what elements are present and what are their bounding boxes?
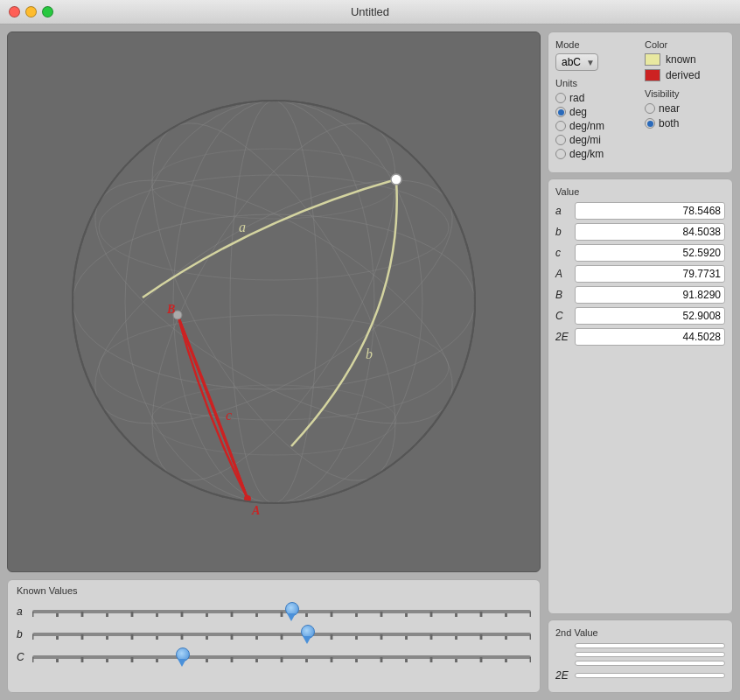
value-key-c: c (555, 247, 571, 259)
svg-point-17 (391, 174, 401, 185)
radio-deg-nm-circle[interactable] (555, 121, 566, 131)
svg-text:c: c (226, 408, 232, 423)
radio-deg-nm-label: deg/nm (569, 120, 604, 132)
value-key-b: b (555, 226, 571, 238)
slider-thumb-b[interactable] (299, 625, 315, 644)
slider-label-b: b (17, 628, 27, 640)
second-value-row-3 (555, 661, 725, 666)
radio-deg-km-label: deg/km (569, 148, 604, 160)
color-derived-label: derived (666, 69, 700, 81)
second-value-section: 2nd Value 2E (548, 620, 733, 693)
svg-text:a: a (239, 220, 246, 234)
slider-row-a: a (17, 603, 531, 620)
radio-deg-km[interactable]: deg/km (555, 148, 636, 160)
second-value-field-2E[interactable] (575, 673, 725, 678)
second-value-title: 2nd Value (555, 627, 725, 638)
maximize-button[interactable] (42, 6, 53, 18)
radio-deg-mi-circle[interactable] (555, 135, 566, 145)
value-title: Value (555, 186, 725, 197)
value-key-2E: 2E (555, 331, 571, 343)
radio-both[interactable]: both (645, 117, 725, 130)
slider-label-C: C (17, 651, 27, 663)
slider-track-a[interactable] (32, 603, 531, 620)
mode-select[interactable]: abC (555, 53, 598, 71)
visibility-label: Visibility (645, 88, 725, 99)
radio-rad-circle[interactable] (555, 93, 566, 103)
value-field-a[interactable]: 78.5468 (575, 202, 725, 220)
value-row-B: B 91.8290 (555, 286, 725, 304)
second-value-field-1[interactable] (575, 643, 725, 648)
slider-label-a: a (17, 606, 27, 618)
value-key-C: C (555, 310, 571, 322)
svg-text:B: B (166, 303, 175, 316)
radio-deg-dot (558, 109, 564, 116)
value-row-b: b 84.5038 (555, 223, 725, 241)
second-value-row-2E: 2E (555, 669, 725, 682)
radio-rad-label: rad (569, 92, 584, 104)
units-group: rad deg deg/nm (555, 92, 636, 160)
value-key-A: A (555, 268, 571, 280)
radio-deg-circle[interactable] (555, 107, 566, 117)
radio-deg-label: deg (569, 106, 587, 118)
close-button[interactable] (9, 6, 20, 18)
controls-section: Mode abC ▼ Units (548, 32, 733, 173)
value-field-C[interactable]: 52.9008 (575, 307, 725, 325)
value-row-C: C 52.9008 (555, 307, 725, 325)
color-known-item: known (645, 53, 725, 66)
second-value-field-2[interactable] (575, 652, 725, 657)
known-values-panel: Known Values a (7, 579, 541, 693)
value-field-b[interactable]: 84.5038 (575, 223, 725, 241)
value-row-2E: 2E 44.5028 (555, 328, 725, 346)
second-value-key-2E: 2E (555, 669, 571, 682)
value-field-B[interactable]: 91.8290 (575, 286, 725, 304)
minimize-button[interactable] (25, 6, 37, 18)
color-derived-item: derived (645, 69, 725, 81)
radio-near[interactable]: near (645, 102, 725, 115)
value-row-a: a 78.5468 (555, 202, 725, 220)
slider-thumb-C[interactable] (174, 648, 190, 667)
second-value-row-2 (555, 652, 725, 657)
value-row-A: A 79.7731 (555, 265, 725, 283)
slider-track-C[interactable] (32, 648, 531, 666)
second-value-field-3[interactable] (575, 661, 725, 666)
slider-track-b[interactable] (32, 626, 531, 643)
color-derived-box (645, 69, 660, 81)
radio-deg-mi-label: deg/mi (569, 134, 601, 146)
known-values-title: Known Values (17, 585, 531, 596)
value-field-2E[interactable]: 44.5028 (575, 328, 725, 346)
visibility-group: near both (645, 102, 725, 130)
radio-both-label: both (659, 117, 679, 130)
svg-point-0 (73, 101, 475, 503)
radio-both-dot (647, 121, 653, 127)
radio-deg-mi[interactable]: deg/mi (555, 134, 636, 146)
value-field-c[interactable]: 52.5920 (575, 244, 725, 262)
slider-thumb-a[interactable] (283, 602, 299, 621)
slider-row-C: C (17, 648, 531, 666)
color-known-box (645, 53, 660, 66)
color-known-label: known (666, 53, 696, 66)
value-field-A[interactable]: 79.7731 (575, 265, 725, 283)
units-label: Units (555, 78, 636, 88)
color-legend: known derived (645, 53, 725, 81)
radio-near-circle[interactable] (645, 103, 655, 114)
radio-deg-nm[interactable]: deg/nm (555, 120, 636, 132)
radio-both-circle[interactable] (645, 118, 655, 129)
value-section: Value a 78.5468 b 84.5038 c 52.5920 A 79… (548, 178, 733, 614)
slider-row-b: b (17, 626, 531, 643)
radio-deg[interactable]: deg (555, 106, 636, 118)
radio-rad[interactable]: rad (555, 92, 636, 104)
value-key-a: a (555, 205, 571, 217)
value-row-c: c 52.5920 (555, 244, 725, 262)
mode-label: Mode (555, 39, 636, 50)
color-label: Color (645, 39, 725, 50)
value-key-B: B (555, 289, 571, 301)
window-title: Untitled (351, 5, 389, 18)
radio-near-label: near (659, 102, 680, 115)
sphere-canvas[interactable]: a b c B A (7, 32, 541, 572)
second-value-row-1 (555, 643, 725, 648)
radio-deg-km-circle[interactable] (555, 149, 566, 159)
svg-text:b: b (366, 346, 373, 361)
svg-text:A: A (251, 504, 260, 517)
